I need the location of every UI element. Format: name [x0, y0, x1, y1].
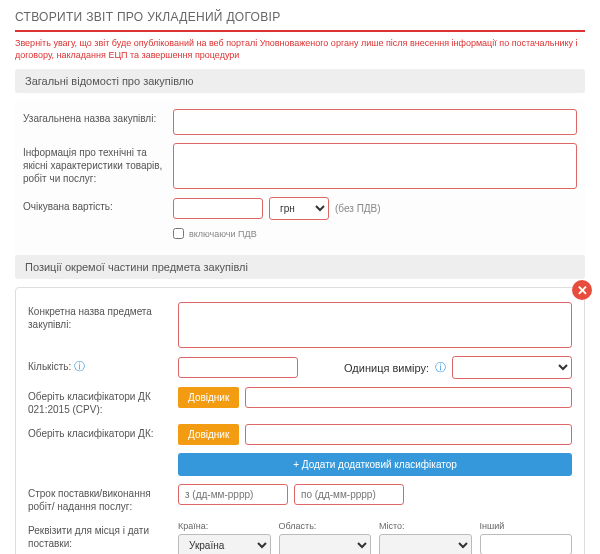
- input-name[interactable]: [173, 109, 577, 135]
- vat-note: (без ПДВ): [335, 203, 381, 214]
- page-title: СТВОРИТИ ЗВІТ ПРО УКЛАДЕНИЙ ДОГОВІР: [15, 10, 585, 32]
- add-classifier-button[interactable]: + Додати додатковий класифікатор: [178, 453, 572, 476]
- input-price[interactable]: [173, 198, 263, 219]
- checkbox-vat-label: включаючи ПДВ: [189, 229, 257, 239]
- label-unit: Одиниця виміру:: [344, 362, 429, 374]
- input-item-name[interactable]: [178, 302, 572, 348]
- select-city[interactable]: [379, 534, 472, 554]
- label-country: Країна:: [178, 521, 271, 531]
- select-currency[interactable]: грн: [269, 197, 329, 220]
- label-name: Узагальнена назва закупівлі:: [23, 109, 173, 125]
- label-other: Інший: [480, 521, 573, 531]
- label-item-name: Конкретна назва предмета закупівлі:: [28, 302, 178, 331]
- input-cpv[interactable]: [245, 387, 572, 408]
- label-info: Інформація про технічні та якісні характ…: [23, 143, 173, 185]
- label-price: Очікувана вартість:: [23, 197, 173, 213]
- input-dk[interactable]: [245, 424, 572, 445]
- input-other[interactable]: [480, 534, 573, 554]
- lookup-dk-button[interactable]: Довідник: [178, 424, 239, 445]
- checkbox-vat[interactable]: [173, 228, 184, 239]
- close-icon[interactable]: ✕: [572, 280, 592, 300]
- select-region[interactable]: [279, 534, 372, 554]
- input-date-to[interactable]: [294, 484, 404, 505]
- select-unit[interactable]: [452, 356, 572, 379]
- label-delivery: Строк поставки/виконання робіт/ надання …: [28, 484, 178, 513]
- warning-text: Зверніть увагу, що звіт буде опублікован…: [15, 38, 585, 61]
- label-cpv: Оберіть класифікатори ДК 021:2015 (CPV):: [28, 387, 178, 416]
- info-icon[interactable]: ⓘ: [435, 360, 446, 375]
- section-positions-header: Позиції окремої частини предмета закупів…: [15, 255, 585, 279]
- select-country[interactable]: Україна: [178, 534, 271, 554]
- info-icon[interactable]: ⓘ: [74, 360, 85, 372]
- label-dk: Оберіть класифікатори ДК:: [28, 424, 178, 440]
- input-qty[interactable]: [178, 357, 298, 378]
- label-location: Реквізити для місця і дати поставки:: [28, 521, 178, 550]
- input-info[interactable]: [173, 143, 577, 189]
- lookup-cpv-button[interactable]: Довідник: [178, 387, 239, 408]
- label-city: Місто:: [379, 521, 472, 531]
- input-date-from[interactable]: [178, 484, 288, 505]
- position-panel: ✕ Конкретна назва предмета закупівлі: Кі…: [15, 287, 585, 554]
- label-region: Область:: [279, 521, 372, 531]
- section-general-header: Загальні відомості про закупівлю: [15, 69, 585, 93]
- label-qty: Кількість:: [28, 361, 71, 372]
